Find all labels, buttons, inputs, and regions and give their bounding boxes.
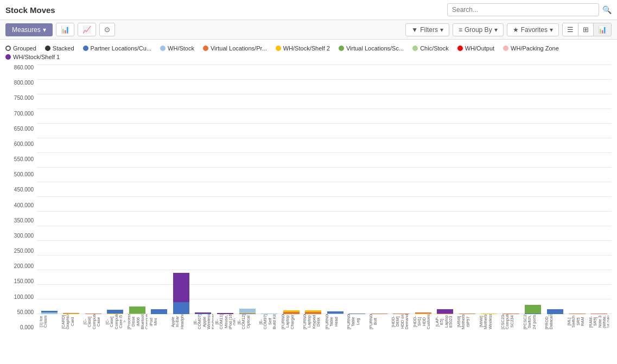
bar-stack: [105, 310, 126, 314]
y-axis-label: 250.000: [14, 248, 34, 254]
filter-icon: ▼: [411, 26, 418, 34]
grid-view-button[interactable]: ⊞: [578, 23, 594, 36]
bar-segment: [239, 309, 256, 313]
legend-dot: [45, 46, 50, 51]
y-axis-label: 400.000: [14, 202, 34, 208]
bar-group: [545, 65, 565, 314]
legend-label: WH/Packing Zone: [511, 45, 559, 52]
bar-segment: [547, 309, 563, 314]
group-by-button[interactable]: ≡ Group By ▾: [453, 23, 504, 36]
line-chart-button[interactable]: 📈: [78, 23, 96, 36]
y-axis-label: 750.000: [14, 95, 34, 101]
legend-label: WH/Stock/Shelf 2: [283, 45, 330, 52]
favorites-button[interactable]: ★ Favorites ▾: [507, 23, 559, 36]
legend-dot: [503, 46, 508, 51]
x-axis-label: [C-Case] Compute Core i5 2 [Black, 16 GB…: [105, 314, 126, 329]
x-axis-label: [E-COM11] Mouse, iPod (16 GB): [215, 314, 236, 329]
chart-plot: [1] Ice Cream[CARD] Graphics Card[C-Case…: [37, 65, 612, 330]
top-bar-left: Stock Moves: [5, 5, 55, 15]
legend-label: Grouped: [13, 45, 36, 52]
x-axis-label: Apple In-Ear Headphones: [171, 314, 192, 329]
y-axis-label: 350.000: [14, 218, 34, 223]
x-axis-label: iPod Mini: [149, 314, 170, 329]
legend-dot: [5, 54, 11, 60]
legend-label: Stacked: [53, 45, 74, 52]
y-axis-label: 100.000: [14, 294, 34, 300]
y-axis: 860.000800.000750.000700.000650.000600.0…: [5, 65, 37, 330]
legend-item: Virtual Locations/Sc...: [339, 45, 404, 52]
x-axis-label: [FURN004] Table Leg: [347, 314, 367, 329]
chart-view-button[interactable]: 📊: [594, 23, 611, 36]
legend-label: WH/Stock: [168, 45, 194, 52]
legend-item: Partner Locations/Cu...: [83, 45, 152, 52]
bar-group: [457, 65, 478, 314]
x-axis-label: [Processor] Disse iM06 Bluetooth Compute…: [127, 314, 148, 329]
x-axis-label: [E-COM12] Optical: [237, 314, 258, 329]
bars-container: [37, 65, 612, 314]
bar-group: [523, 65, 544, 314]
legend-label: Chic/Stock: [420, 45, 449, 52]
pie-chart-button[interactable]: ⊙: [99, 23, 115, 36]
bar-group: [215, 65, 236, 314]
bar-group: [303, 65, 323, 314]
y-axis-label: 650.000: [14, 126, 34, 132]
measures-button[interactable]: Measures ▾: [5, 23, 53, 36]
y-axis-label: 150.000: [14, 278, 34, 284]
legend-item: Grouped: [5, 45, 36, 52]
x-axis-label: [FURN003] Table Head: [325, 314, 346, 329]
x-axis-label: [FURN001] Laptop Charger: [281, 314, 302, 329]
list-view-button[interactable]: ☰: [563, 23, 578, 36]
legend-item: WH/Stock/Shelf 1: [5, 54, 60, 60]
bar-group: [589, 65, 609, 314]
x-axis-label: [LAP-E5] Laptop E5023: [435, 314, 456, 329]
bar-stack: [171, 273, 192, 314]
y-axis-label: 0.000: [20, 324, 34, 330]
legend-item: Virtual Locations/Pr...: [203, 45, 267, 52]
y-axis-label: 50.000: [17, 309, 34, 315]
bar-group: [259, 65, 279, 314]
bar-segment: [173, 302, 189, 314]
bar-segment: [151, 309, 167, 314]
bar-stack: [303, 310, 323, 314]
legend-dot: [5, 46, 11, 51]
y-axis-label: 450.000: [14, 187, 34, 193]
page-title: Stock Moves: [5, 5, 55, 15]
legend-label: WH/Stock/Shelf 1: [13, 54, 60, 60]
legend-item: WH/Output: [457, 45, 494, 52]
bar-segment: [173, 273, 189, 302]
y-axis-label: 550.000: [14, 156, 34, 162]
y-axis-label: 500.000: [14, 171, 34, 177]
bar-group: [61, 65, 82, 314]
x-axis-label: [E-COM97] Self Build Kit: [259, 314, 279, 329]
legend-dot: [83, 46, 88, 51]
bar-chart-button[interactable]: 📊: [56, 23, 74, 36]
x-axis-label: [E-COM07] Apple Wireless Keyboard: [193, 314, 214, 329]
legend-item: WH/Packing Zone: [503, 45, 559, 52]
legend-dot: [203, 46, 208, 51]
bar-segment: [129, 306, 145, 314]
bar-group: [391, 65, 412, 314]
legend-label: Virtual Locations/Sc...: [346, 45, 404, 52]
filters-button[interactable]: ▼ Filters ▾: [405, 23, 449, 36]
bar-group: [127, 65, 148, 314]
legend-dot: [457, 46, 463, 51]
search-input[interactable]: [447, 3, 599, 16]
bar-group: [237, 65, 258, 314]
x-axis-label: [ML] Switch SR5 RAM: [567, 314, 588, 329]
y-axis-label: 700.000: [14, 111, 34, 117]
legend-item: WH/Stock/Shelf 2: [276, 45, 330, 52]
bar-stack: [545, 309, 565, 314]
bar-stack: [127, 306, 148, 314]
bar-group: [369, 65, 390, 314]
x-axis-label: [CARD] Graphics Card: [61, 314, 82, 329]
chart-area: 860.000800.000750.000700.000650.000600.0…: [5, 65, 612, 330]
y-axis-label: 200.000: [14, 263, 34, 269]
chart-legend: GroupedStackedPartner Locations/Cu...WH/…: [5, 45, 612, 60]
view-toggle: ☰ ⊞ 📊: [562, 23, 612, 36]
x-axis-label: [HDD-DEM] HDD on Demand: [391, 314, 412, 329]
legend-item: WH/Stock: [160, 45, 194, 52]
y-axis-label: 600.000: [14, 141, 34, 147]
chart-container: GroupedStackedPartner Locations/Cu...WH/…: [0, 40, 617, 330]
bar-segment: [107, 310, 123, 314]
bar-segment: [437, 309, 453, 314]
